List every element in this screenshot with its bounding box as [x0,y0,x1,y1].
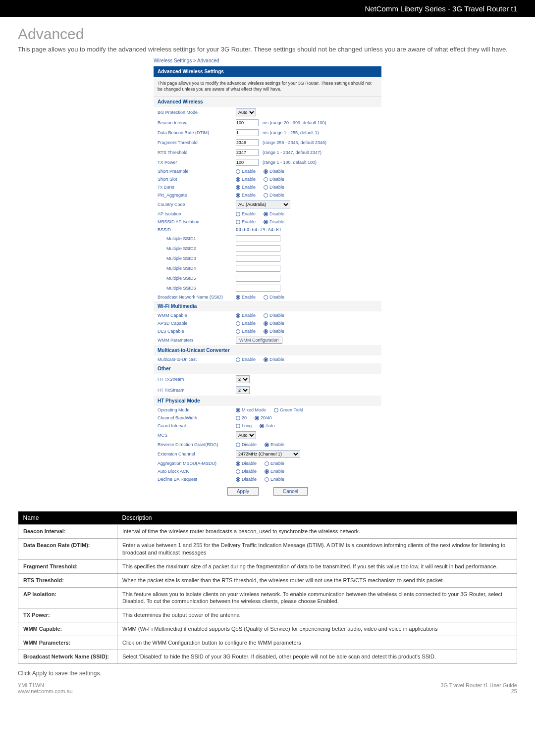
bg-protection-select[interactable]: Auto [236,108,256,116]
mssid1-input[interactable] [236,235,280,242]
broadcast-ssid-disable-radio[interactable]: Disable [264,295,284,300]
declineba-enable-radio[interactable]: Enable [265,477,284,482]
label-fragment: Fragment Threshold [158,140,232,145]
autoba-enable-radio[interactable]: Enable [265,469,284,474]
label-mssid1: Multiple SSID1 [158,236,232,241]
chbw-2040-radio[interactable]: 20/40 [255,415,272,420]
mssid3-input[interactable] [236,255,280,262]
extch-select[interactable]: 2472MHz (Channel 1) [236,450,300,458]
desc-value-cell: Interval of time the wireless router bro… [117,525,517,539]
beacon-interval-hint: ms (range 20 - 999, default 100) [263,120,326,125]
table-row: AP Isolation:This feature allows you to … [18,587,517,608]
desc-name-cell: WMM Capable: [18,622,117,636]
label-ht-rx: HT RxStream [158,388,232,393]
table-row: TX Power:This determines the output powe… [18,608,517,622]
wmm-enable-radio[interactable]: Enable [236,313,256,318]
table-row: Fragment Threshold:This specifies the ma… [18,559,517,573]
label-opmode: Operating Mode [158,407,232,412]
dtim-input[interactable] [236,129,259,136]
label-mssid2: Multiple SSID2 [158,246,232,251]
desc-name-cell: TX Power: [18,608,117,622]
desc-th-desc: Description [117,511,517,525]
apsd-disable-radio[interactable]: Disable [264,321,284,326]
desc-name-cell: RTS Threshold: [18,573,117,587]
cancel-button[interactable]: Cancel [273,487,308,496]
chbw-20-radio[interactable]: 20 [236,415,247,420]
wmm-disable-radio[interactable]: Disable [264,313,284,318]
mcs-select[interactable]: Auto [236,431,256,439]
dls-enable-radio[interactable]: Enable [236,329,256,334]
bssid-value: 00:60:64:29:A4:B1 [236,227,281,232]
table-row: RTS Threshold:When the packet size is sm… [18,573,517,587]
txburst-enable-radio[interactable]: Enable [236,185,256,190]
description-table: Name Description Beacon Interval:Interva… [18,511,517,663]
mbssid-iso-enable-radio[interactable]: Enable [236,219,256,224]
ap-iso-enable-radio[interactable]: Enable [236,211,256,216]
footer-model: YMLT1WN [18,682,73,688]
label-pkt-aggregate: Pkt_Aggregate [158,193,232,198]
section-advanced-wireless: Advanced Wireless [154,97,381,107]
admin-panel-screenshot: Wireless Settings > Advanced Advanced Wi… [154,58,381,502]
txburst-disable-radio[interactable]: Disable [264,185,284,190]
footer-guide-title: 3G Travel Router t1 User Guide [440,682,517,688]
short-preamble-enable-radio[interactable]: Enable [236,169,256,174]
label-mssid4: Multiple SSID4 [158,266,232,271]
declineba-disable-radio[interactable]: Disable [236,477,257,482]
rdg-enable-radio[interactable]: Enable [265,442,284,447]
label-rts: RTS Threshold [158,150,232,155]
label-ht-tx: HT TxStream [158,377,232,382]
mbssid-iso-disable-radio[interactable]: Disable [264,219,284,224]
section-m2u: Multicast-to-Unicast Converter [154,345,381,355]
label-guard: Guard Interval [158,423,232,428]
amsdu-enable-radio[interactable]: Enable [265,461,284,466]
desc-value-cell: When the packet size is smaller than the… [117,573,517,587]
ht-rx-select[interactable]: 2 [236,386,250,394]
apsd-enable-radio[interactable]: Enable [236,321,256,326]
page-footer: YMLT1WN www.netcomm.com.au 3G Travel Rou… [18,680,517,699]
m2u-enable-radio[interactable]: Enable [236,357,256,362]
txpower-hint: (range 1 - 100, default 100) [263,160,317,165]
label-extch: Extension Channel [158,452,232,456]
apply-button[interactable]: Apply [227,487,259,496]
ap-iso-disable-radio[interactable]: Disable [264,211,284,216]
page-body: Advanced This page allows you to modify … [0,17,535,677]
wmm-configuration-button[interactable]: WMM Configuration [236,337,282,344]
short-preamble-disable-radio[interactable]: Disable [264,169,284,174]
pktagg-disable-radio[interactable]: Disable [264,193,284,198]
beacon-interval-input[interactable] [236,119,259,126]
short-slot-disable-radio[interactable]: Disable [264,177,284,182]
footer-url: www.netcomm.com.au [18,688,73,694]
m2u-disable-radio[interactable]: Disable [264,357,284,362]
amsdu-disable-radio[interactable]: Disable [236,461,257,466]
dls-disable-radio[interactable]: Disable [264,329,284,334]
label-wmm-capable: WMM Capable [158,313,232,318]
fragment-input[interactable] [236,139,259,146]
mssid4-input[interactable] [236,265,280,272]
country-select[interactable]: AU (Australia) [236,201,290,208]
rts-input[interactable] [236,149,259,156]
desc-name-cell: Broadcast Network Name (SSID): [18,650,117,663]
label-mbssid-isolation: MBSSID AP Isolation [158,219,232,224]
ht-tx-select[interactable]: 2 [236,375,250,383]
label-short-slot: Short Slot [158,177,232,182]
mssid5-input[interactable] [236,275,280,282]
label-txpower: TX Power [158,160,232,165]
broadcast-ssid-enable-radio[interactable]: Enable [236,295,256,300]
guard-long-radio[interactable]: Long [236,423,252,428]
pktagg-enable-radio[interactable]: Enable [236,193,256,198]
guard-auto-radio[interactable]: Auto [260,423,275,428]
desc-name-cell: WMM Parameters: [18,636,117,650]
label-amsdu: Aggregation MSDU(A-MSDU) [158,461,232,466]
panel-title-bar: Advanced Wireless Settings [154,66,381,77]
table-row: WMM Parameters:Click on the WMM Configur… [18,636,517,650]
mssid2-input[interactable] [236,245,280,252]
label-beacon-interval: Beacon Interval [158,120,232,125]
rdg-disable-radio[interactable]: Disable [236,442,257,447]
mssid6-input[interactable] [236,285,280,292]
rts-hint: (range 1 - 2347, default 2347) [263,150,321,155]
opmode-mixed-radio[interactable]: Mixed Mode [236,407,266,412]
short-slot-enable-radio[interactable]: Enable [236,177,256,182]
txpower-input[interactable] [236,159,259,166]
autoba-disable-radio[interactable]: Disable [236,469,257,474]
opmode-green-radio[interactable]: Green Field [274,407,303,412]
